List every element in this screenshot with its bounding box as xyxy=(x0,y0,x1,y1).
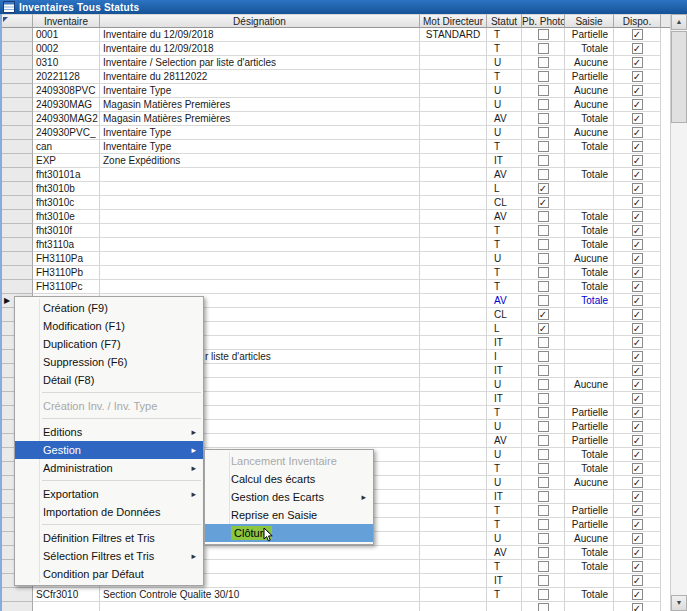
cell-mot-directeur[interactable] xyxy=(420,238,487,252)
row-selector[interactable] xyxy=(2,252,33,266)
header-inventaire[interactable]: Inventaire xyxy=(33,14,100,28)
cell-pb-photo[interactable] xyxy=(522,504,565,518)
cell-designation[interactable]: Inventaire Type xyxy=(100,140,420,154)
cell-saisie[interactable] xyxy=(565,308,614,322)
cell-mot-directeur[interactable] xyxy=(420,266,487,280)
cell-pb-photo[interactable] xyxy=(522,98,565,112)
cell-saisie[interactable] xyxy=(565,196,614,210)
cell-saisie[interactable]: Aucune xyxy=(565,378,614,392)
cell-pb-photo[interactable] xyxy=(522,154,565,168)
cell-inventaire[interactable]: 240930PVC_ xyxy=(33,126,100,140)
menu-item-reprise-en-saisie[interactable]: Reprise en Saisie xyxy=(205,506,373,524)
cell-statut[interactable]: U xyxy=(487,378,522,392)
cell-mot-directeur[interactable] xyxy=(420,574,487,588)
cell-saisie[interactable]: Aucune xyxy=(565,126,614,140)
dispo-checkbox[interactable]: ✓ xyxy=(632,71,643,82)
cell-designation[interactable]: Inventaire Type xyxy=(100,84,420,98)
dispo-checkbox[interactable]: ✓ xyxy=(632,197,643,208)
dispo-checkbox[interactable]: ✓ xyxy=(632,603,643,611)
pb-photo-checkbox[interactable] xyxy=(538,435,549,446)
pb-photo-checkbox[interactable] xyxy=(538,169,549,180)
cell-pb-photo[interactable] xyxy=(522,294,565,308)
cell-statut[interactable]: I xyxy=(487,350,522,364)
cell-designation[interactable] xyxy=(100,280,420,294)
cell-dispo[interactable]: ✓ xyxy=(614,280,661,294)
cell-designation[interactable] xyxy=(100,224,420,238)
row-selector[interactable] xyxy=(2,84,33,98)
cell-saisie[interactable]: Totale xyxy=(565,280,614,294)
row-selector[interactable] xyxy=(2,266,33,280)
cell-dispo[interactable]: ✓ xyxy=(614,238,661,252)
cell-saisie[interactable]: Totale xyxy=(565,448,614,462)
pb-photo-checkbox[interactable] xyxy=(538,141,549,152)
dispo-checkbox[interactable]: ✓ xyxy=(632,239,643,250)
cell-mot-directeur[interactable] xyxy=(420,84,487,98)
table-row[interactable]: 240930MAG2 Magasin Matières Premières AV… xyxy=(2,112,670,126)
cell-dispo[interactable]: ✓ xyxy=(614,336,661,350)
cell-pb-photo[interactable] xyxy=(522,210,565,224)
cell-saisie[interactable] xyxy=(565,490,614,504)
cell-pb-photo[interactable] xyxy=(522,448,565,462)
pb-photo-checkbox[interactable] xyxy=(538,589,549,600)
cell-saisie[interactable] xyxy=(565,182,614,196)
cell-dispo[interactable]: ✓ xyxy=(614,70,661,84)
row-selector[interactable] xyxy=(2,56,33,70)
cell-inventaire[interactable]: 0310 xyxy=(33,56,100,70)
cell-statut[interactable]: T xyxy=(487,406,522,420)
cell-inventaire[interactable]: SCfr3010 xyxy=(33,588,100,602)
pb-photo-checkbox[interactable] xyxy=(538,57,549,68)
row-selector[interactable] xyxy=(2,588,33,602)
menu-item-modification-f1[interactable]: Modification (F1) xyxy=(15,317,203,335)
cell-designation[interactable]: Section Controle Qualite 30/10 xyxy=(100,588,420,602)
cell-statut[interactable]: U xyxy=(487,56,522,70)
cell-saisie[interactable] xyxy=(565,602,614,611)
cell-mot-directeur[interactable] xyxy=(420,448,487,462)
cell-mot-directeur[interactable] xyxy=(420,504,487,518)
cell-statut[interactable]: T xyxy=(487,560,522,574)
cell-saisie[interactable]: Aucune xyxy=(565,476,614,490)
cell-dispo[interactable]: ✓ xyxy=(614,28,661,42)
dispo-checkbox[interactable]: ✓ xyxy=(632,155,643,166)
table-row[interactable]: fht3010f T Totale ✓ xyxy=(2,224,670,238)
cell-saisie[interactable]: Aucune xyxy=(565,252,614,266)
cell-mot-directeur[interactable] xyxy=(420,56,487,70)
cell-pb-photo[interactable]: ✓ xyxy=(522,196,565,210)
pb-photo-checkbox[interactable] xyxy=(538,43,549,54)
cell-mot-directeur[interactable] xyxy=(420,560,487,574)
cell-dispo[interactable]: ✓ xyxy=(614,504,661,518)
cell-designation[interactable]: Inventaire du 28112022 xyxy=(100,70,420,84)
pb-photo-checkbox[interactable] xyxy=(538,407,549,418)
cell-inventaire[interactable]: fht3010c xyxy=(33,196,100,210)
menu-item-exportation[interactable]: Exportation ▸ xyxy=(15,485,203,503)
cell-saisie[interactable]: Totale xyxy=(565,224,614,238)
cell-statut[interactable]: U xyxy=(487,532,522,546)
cell-saisie[interactable]: Totale xyxy=(565,168,614,182)
cell-saisie[interactable] xyxy=(565,154,614,168)
cell-pb-photo[interactable] xyxy=(522,84,565,98)
dispo-checkbox[interactable]: ✓ xyxy=(632,113,643,124)
cell-mot-directeur[interactable] xyxy=(420,98,487,112)
menu-item-duplication-f7[interactable]: Duplication (F7) xyxy=(15,335,203,353)
cell-designation[interactable] xyxy=(100,238,420,252)
cell-mot-directeur[interactable] xyxy=(420,336,487,350)
row-selector[interactable] xyxy=(2,140,33,154)
cell-designation[interactable] xyxy=(100,168,420,182)
cell-mot-directeur[interactable] xyxy=(420,308,487,322)
cell-statut[interactable]: U xyxy=(487,252,522,266)
dispo-checkbox[interactable]: ✓ xyxy=(632,253,643,264)
cell-dispo[interactable]: ✓ xyxy=(614,126,661,140)
row-selector[interactable] xyxy=(2,154,33,168)
cell-dispo[interactable]: ✓ xyxy=(614,210,661,224)
cell-inventaire[interactable]: 20221128 xyxy=(33,70,100,84)
cell-statut[interactable]: IT xyxy=(487,392,522,406)
cell-inventaire[interactable]: 240930MAG xyxy=(33,98,100,112)
cell-dispo[interactable]: ✓ xyxy=(614,308,661,322)
cell-mot-directeur[interactable] xyxy=(420,518,487,532)
cell-designation[interactable]: Inventaire du 12/09/2018 xyxy=(100,42,420,56)
header-saisie[interactable]: Saisie xyxy=(565,14,614,28)
cell-mot-directeur[interactable] xyxy=(420,294,487,308)
cell-dispo[interactable]: ✓ xyxy=(614,392,661,406)
cell-saisie[interactable]: Partielle xyxy=(565,420,614,434)
cell-mot-directeur[interactable] xyxy=(420,112,487,126)
dispo-checkbox[interactable]: ✓ xyxy=(632,421,643,432)
